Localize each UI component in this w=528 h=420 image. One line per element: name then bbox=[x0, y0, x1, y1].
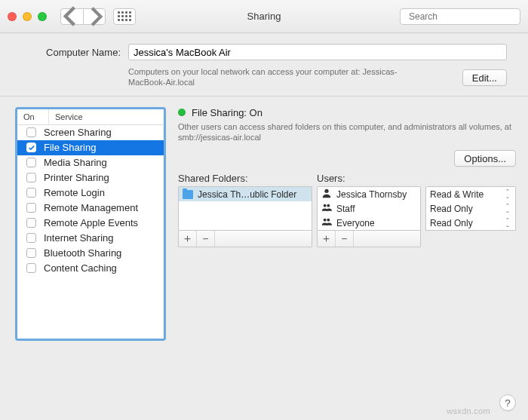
user-row[interactable]: Jessica Thornsby bbox=[318, 187, 420, 201]
services-list[interactable]: On Service Screen SharingFile SharingMed… bbox=[15, 107, 166, 341]
permission-stepper[interactable]: ⌃⌄ bbox=[503, 218, 511, 228]
permission-label: Read & Write bbox=[430, 189, 499, 200]
search-field[interactable] bbox=[400, 8, 520, 25]
services-column: On Service Screen SharingFile SharingMed… bbox=[15, 107, 166, 406]
computer-name-section: Computer Name: Computers on your local n… bbox=[0, 33, 528, 97]
service-checkbox[interactable] bbox=[26, 233, 36, 243]
service-row-file-sharing[interactable]: File Sharing bbox=[17, 140, 164, 155]
add-user-button[interactable]: ＋ bbox=[318, 231, 336, 247]
computer-name-description: Computers on your local network can acce… bbox=[128, 66, 431, 88]
titlebar: Sharing bbox=[0, 0, 528, 33]
options-button[interactable]: Options... bbox=[454, 150, 516, 167]
permission-stepper[interactable]: ⌃⌄ bbox=[503, 204, 511, 213]
svg-point-6 bbox=[327, 219, 330, 222]
service-label: Content Caching bbox=[44, 262, 117, 274]
service-label: Internet Sharing bbox=[44, 232, 114, 244]
column-header-service[interactable]: Service bbox=[49, 109, 89, 124]
shared-folders-title: Shared Folders: bbox=[178, 173, 312, 184]
main-content: On Service Screen SharingFile SharingMed… bbox=[0, 97, 528, 414]
user-row[interactable]: Everyone bbox=[318, 216, 420, 230]
detail-column: File Sharing: On Other users can access … bbox=[178, 107, 516, 406]
service-checkbox[interactable] bbox=[26, 188, 36, 198]
service-checkbox[interactable] bbox=[26, 263, 36, 273]
edit-hostname-button[interactable]: Edit... bbox=[462, 69, 507, 86]
service-label: File Sharing bbox=[44, 142, 96, 153]
forward-button[interactable] bbox=[83, 8, 106, 25]
remove-folder-button[interactable]: － bbox=[197, 231, 215, 247]
add-folder-button[interactable]: ＋ bbox=[179, 231, 197, 247]
permission-stepper[interactable]: ⌃⌄ bbox=[503, 189, 511, 199]
svg-point-5 bbox=[324, 219, 327, 222]
users-list[interactable]: Jessica ThornsbyStaffEveryone bbox=[317, 186, 421, 231]
service-checkbox[interactable] bbox=[26, 248, 36, 258]
status-row: File Sharing: On bbox=[178, 107, 516, 118]
service-checkbox[interactable] bbox=[26, 127, 36, 137]
service-row-remote-apple-events[interactable]: Remote Apple Events bbox=[17, 216, 164, 231]
service-row-screen-sharing[interactable]: Screen Sharing bbox=[17, 125, 164, 140]
service-row-media-sharing[interactable]: Media Sharing bbox=[17, 155, 164, 170]
shared-folders-toolbar: ＋ － bbox=[178, 231, 312, 247]
user-name: Staff bbox=[336, 204, 355, 214]
people-icon bbox=[321, 202, 332, 215]
permissions-title bbox=[425, 173, 516, 184]
permission-row[interactable]: Read Only⌃⌄ bbox=[426, 216, 515, 230]
svg-point-4 bbox=[327, 204, 330, 207]
service-label: Media Sharing bbox=[44, 157, 107, 168]
permission-row[interactable]: Read & Write⌃⌄ bbox=[426, 187, 515, 201]
permission-row[interactable]: Read Only⌃⌄ bbox=[426, 201, 515, 216]
folder-name: Jessica Th…ublic Folder bbox=[198, 189, 296, 200]
help-button[interactable]: ? bbox=[499, 394, 516, 411]
service-checkbox[interactable] bbox=[26, 158, 36, 167]
services-header: On Service bbox=[17, 109, 164, 125]
service-row-bluetooth-sharing[interactable]: Bluetooth Sharing bbox=[17, 246, 164, 261]
status-text: File Sharing: On bbox=[192, 107, 262, 118]
service-checkbox[interactable] bbox=[26, 218, 36, 228]
close-window-button[interactable] bbox=[8, 12, 17, 21]
nav-back-forward bbox=[60, 8, 106, 25]
service-row-printer-sharing[interactable]: Printer Sharing bbox=[17, 170, 164, 185]
computer-name-input[interactable] bbox=[128, 44, 507, 60]
back-button[interactable] bbox=[60, 8, 83, 25]
zoom-window-button[interactable] bbox=[38, 12, 47, 21]
service-checkbox[interactable] bbox=[26, 173, 36, 182]
users-toolbar: ＋ － bbox=[317, 231, 421, 247]
service-label: Remote Management bbox=[44, 202, 138, 213]
shared-folders-list[interactable]: Jessica Th…ublic Folder bbox=[178, 186, 312, 231]
permission-label: Read Only bbox=[430, 204, 499, 214]
permissions-list[interactable]: Read & Write⌃⌄Read Only⌃⌄Read Only⌃⌄ bbox=[425, 186, 516, 231]
person-icon bbox=[321, 188, 332, 201]
service-label: Remote Login bbox=[44, 187, 105, 198]
service-checkbox[interactable] bbox=[26, 143, 36, 152]
svg-point-2 bbox=[324, 189, 328, 193]
service-row-content-caching[interactable]: Content Caching bbox=[17, 261, 164, 276]
remove-user-button[interactable]: － bbox=[336, 231, 354, 247]
service-row-internet-sharing[interactable]: Internet Sharing bbox=[17, 231, 164, 246]
users-title: Users: bbox=[317, 173, 421, 184]
service-label: Bluetooth Sharing bbox=[44, 247, 121, 259]
service-label: Screen Sharing bbox=[44, 127, 112, 138]
people-icon bbox=[321, 216, 332, 229]
permission-label: Read Only bbox=[430, 218, 499, 228]
minimize-window-button[interactable] bbox=[23, 12, 32, 21]
user-name: Everyone bbox=[336, 218, 375, 228]
svg-point-3 bbox=[324, 204, 327, 207]
status-description: Other users can access shared folders on… bbox=[178, 121, 516, 143]
service-label: Printer Sharing bbox=[44, 172, 109, 183]
user-name: Jessica Thornsby bbox=[336, 189, 407, 200]
status-indicator-icon bbox=[178, 109, 186, 116]
search-input[interactable] bbox=[409, 11, 522, 22]
service-checkbox[interactable] bbox=[26, 203, 36, 213]
service-row-remote-management[interactable]: Remote Management bbox=[17, 201, 164, 216]
service-label: Remote Apple Events bbox=[44, 217, 138, 228]
folder-row[interactable]: Jessica Th…ublic Folder bbox=[179, 187, 312, 201]
computer-name-label: Computer Name: bbox=[0, 47, 121, 58]
folder-icon bbox=[183, 190, 193, 199]
column-header-on[interactable]: On bbox=[17, 109, 49, 124]
service-row-remote-login[interactable]: Remote Login bbox=[17, 185, 164, 201]
tables-row: Shared Folders: Jessica Th…ublic Folder … bbox=[178, 173, 516, 247]
user-row[interactable]: Staff bbox=[318, 201, 420, 216]
show-all-prefs-button[interactable] bbox=[113, 8, 136, 25]
